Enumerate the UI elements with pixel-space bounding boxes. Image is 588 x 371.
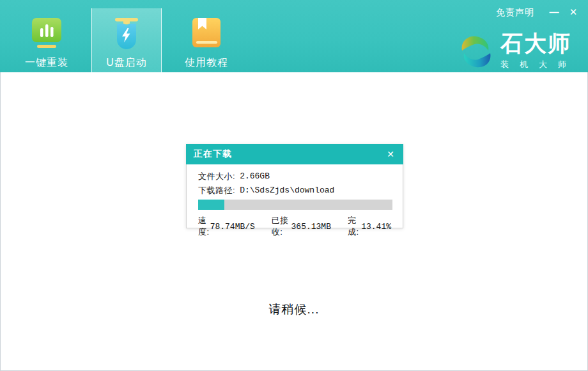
tab-one-key-reinstall[interactable]: 一键重装 <box>12 0 82 72</box>
received-stat: 已接收: 365.13MB <box>272 215 331 238</box>
dialog-close-icon[interactable]: ✕ <box>385 149 396 159</box>
dialog-title: 正在下载 <box>194 148 385 160</box>
minimize-button[interactable]: — <box>546 5 562 19</box>
wait-message: 请稍候... <box>1 301 587 318</box>
book-icon <box>190 16 222 52</box>
received-value: 365.13MB <box>291 222 331 232</box>
dialog-titlebar: 正在下载 ✕ <box>186 144 403 164</box>
file-size-label: 文件大小: <box>198 171 235 182</box>
logo-subtitle: 装机大师 <box>500 59 582 70</box>
usb-drive-icon <box>111 16 143 52</box>
chart-icon <box>31 16 63 52</box>
received-label: 已接收: <box>272 215 291 238</box>
close-button[interactable]: ✕ <box>565 5 582 19</box>
speed-value: 78.74MB/S <box>210 222 255 232</box>
speed-label: 速度: <box>198 215 210 238</box>
main-content: 正在下载 ✕ 文件大小: 2.66GB 下载路径: D:\SdsZjds\dow… <box>0 72 588 371</box>
download-path-row: 下载路径: D:\SdsZjds\download <box>198 186 391 195</box>
disclaimer-link[interactable]: 免责声明 <box>496 7 534 19</box>
tab-label: 一键重装 <box>25 56 68 70</box>
tab-label: U盘启动 <box>106 56 147 70</box>
logo-title: 石大师 <box>500 32 571 55</box>
app-logo: 石大师 装机大师 <box>458 32 571 73</box>
tab-label: 使用教程 <box>185 56 228 70</box>
file-size-value: 2.66GB <box>240 171 270 181</box>
tab-tutorial[interactable]: 使用教程 <box>171 0 242 72</box>
tab-usb-boot[interactable]: U盘启动 <box>91 0 162 72</box>
progress-fill <box>198 200 224 210</box>
done-stat: 完成: 13.41% <box>348 215 391 238</box>
download-path-label: 下载路径: <box>198 185 235 196</box>
tab-bar: 一键重装 <box>12 0 242 72</box>
progress-bar <box>198 200 392 210</box>
speed-stat: 速度: 78.74MB/S <box>198 215 255 238</box>
download-dialog: 正在下载 ✕ 文件大小: 2.66GB 下载路径: D:\SdsZjds\dow… <box>186 144 403 228</box>
logo-icon <box>458 33 494 73</box>
download-stats: 速度: 78.74MB/S 已接收: 365.13MB 完成: 13.41% <box>198 215 391 238</box>
app-header: 一键重装 <box>0 0 588 72</box>
done-value: 13.41% <box>361 222 391 232</box>
app-window: 一键重装 <box>0 0 588 371</box>
done-label: 完成: <box>348 215 360 238</box>
download-path-value: D:\SdsZjds\download <box>240 186 334 195</box>
file-size-row: 文件大小: 2.66GB <box>198 171 391 181</box>
dialog-body: 文件大小: 2.66GB 下载路径: D:\SdsZjds\download 速… <box>186 164 403 228</box>
